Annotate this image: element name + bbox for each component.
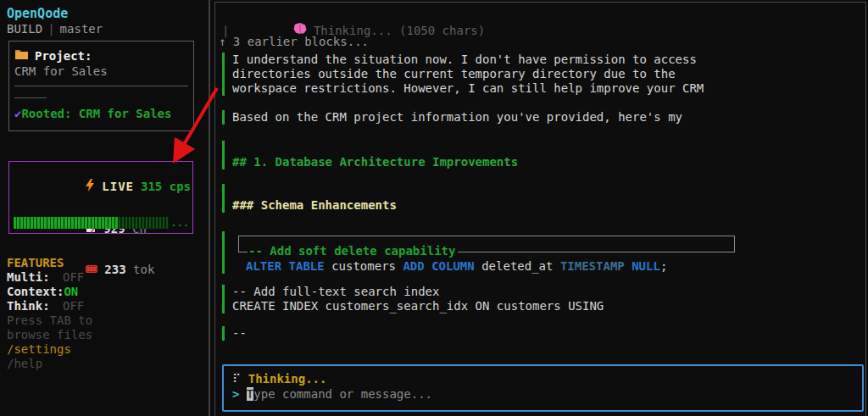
help-command[interactable]: /help	[7, 357, 92, 371]
assistant-paragraph: Based on the CRM project information you…	[222, 110, 682, 125]
rooted-status: ✔Rooted: CRM for Sales	[14, 107, 188, 120]
app-title: OpenQode	[7, 6, 68, 21]
live-stats-panel: LIVE 315 cps 929 ch 233 tok ...	[8, 161, 193, 234]
sql-statement-line: CREATE INDEX customers_search_idx ON cus…	[232, 299, 604, 313]
command-input-box[interactable]: ⠏ Thinking... > Type command or message.…	[222, 364, 864, 412]
features-title: FEATURES	[7, 256, 92, 270]
features-section: FEATURES Multi:OFF Context:ON Think:OFF …	[7, 256, 92, 371]
sql-code-block: -- Add soft delete capability ALTER TABL…	[222, 231, 232, 274]
paragraph-line: workspace restrictions. However, I can s…	[232, 81, 704, 96]
sql-comment-line: -- Add full-text search index	[232, 285, 604, 299]
paragraph-line: Based on the CRM project information you…	[232, 110, 682, 125]
input-placeholder: ype command or message...	[253, 387, 432, 401]
build-label: BUILD	[7, 22, 42, 36]
sql-comment: -- Add soft delete capability	[248, 244, 458, 258]
sidebar: OpenQode BUILD|master Project: CRM for S…	[0, 0, 209, 416]
divider	[14, 86, 188, 86]
paragraph-line: directories outside the current temporar…	[232, 67, 704, 81]
spinner-icon: ⠏	[232, 372, 241, 385]
settings-command[interactable]: /settings	[7, 342, 92, 357]
markdown-heading3: ### Schema Enhancements	[222, 184, 397, 213]
feature-context: Context:ON	[7, 285, 92, 299]
git-branch-label: master	[60, 22, 103, 36]
tokens-unit: tok	[133, 263, 154, 276]
prompt-chevron: >	[232, 387, 247, 401]
separator-glyph: |	[42, 22, 59, 36]
panel-separator	[209, 0, 210, 416]
openqode-terminal-app: OpenQode BUILD|master Project: CRM for S…	[0, 0, 868, 416]
project-name: CRM for Sales	[14, 64, 188, 78]
live-label: LIVE	[102, 180, 134, 193]
project-label: Project:	[35, 49, 92, 63]
rooted-text: Rooted: CRM for Sales	[21, 107, 171, 120]
paragraph-line: I understand the situation now. I don't …	[232, 53, 704, 67]
feature-think: Think:OFF	[7, 299, 92, 313]
lightning-icon	[14, 165, 95, 208]
cps-rate: 315 cps	[141, 180, 198, 193]
tab-hint-line1: Press TAB to	[7, 313, 92, 328]
chat-panel: | Thinking... (1050 chars) ↑ 3 earlier b…	[214, 2, 866, 416]
progress-track	[14, 217, 169, 229]
command-input-line[interactable]: > Type command or message...	[232, 386, 854, 402]
stream-partial-block: --	[222, 326, 247, 341]
stream-progress-bar: ...	[14, 217, 189, 229]
project-panel: Project: CRM for Sales ✔Rooted: CRM for …	[8, 41, 194, 131]
input-status-text: Thinking...	[248, 372, 327, 385]
markdown-heading2: ## 1. Database Architecture Improvements	[222, 141, 518, 169]
build-branch-line: BUILD|master	[7, 22, 103, 36]
assistant-paragraph: I understand the situation now. I don't …	[222, 53, 704, 96]
input-status-row: ⠏ Thinking...	[232, 371, 854, 386]
progress-ellipsis: ...	[169, 219, 189, 227]
feature-multi: Multi:OFF	[7, 270, 92, 285]
earlier-blocks-indicator[interactable]: ↑ 3 earlier blocks...	[219, 35, 369, 49]
divider-short	[14, 97, 47, 98]
tokens-value: 233	[104, 263, 125, 276]
folder-icon	[14, 48, 29, 63]
progress-fill	[14, 217, 118, 229]
tab-hint-line2: browse files	[7, 328, 92, 342]
sql-plain-block: -- Add full-text search index CREATE IND…	[222, 285, 604, 313]
sql-statement: ALTER TABLE customers ADD COLUMN deleted…	[246, 259, 667, 273]
